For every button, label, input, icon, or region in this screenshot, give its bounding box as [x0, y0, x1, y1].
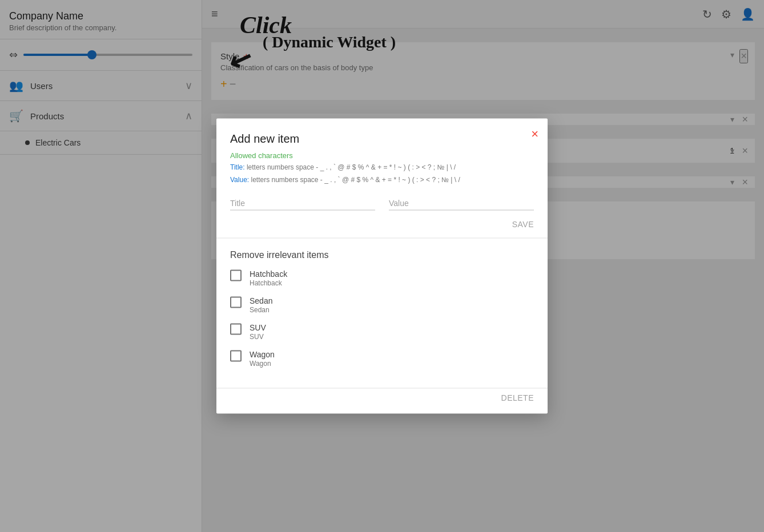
- hatchback-checkbox[interactable]: [230, 270, 242, 281]
- dialog-save-section: SAVE: [216, 220, 548, 239]
- wagon-checkbox[interactable]: [230, 350, 242, 362]
- hatchback-subtitle: Hatchback: [250, 279, 287, 287]
- checkbox-item-suv: SUV SUV: [230, 323, 534, 341]
- checkbox-item-sedan: Sedan Sedan: [230, 296, 534, 314]
- dialog-delete-section: DELETE: [216, 388, 548, 414]
- title-allowed-label: Title:: [230, 163, 245, 171]
- title-allowed-chars: letters numbers space - _ . , ` @ # $ % …: [247, 163, 456, 171]
- save-button[interactable]: SAVE: [512, 220, 534, 229]
- value-allowed-chars: letters numbers space - _ . , ` @ # $ % …: [251, 176, 460, 184]
- allowed-heading: Allowed characters: [230, 151, 534, 160]
- sedan-title: Sedan: [250, 296, 272, 305]
- hatchback-title: Hatchback: [250, 269, 287, 279]
- suv-subtitle: SUV: [250, 333, 266, 341]
- dialog-remove-section: Remove irrelevant items Hatchback Hatchb…: [216, 239, 548, 388]
- value-allowed-row: Value: letters numbers space - _ . , ` @…: [230, 175, 534, 185]
- dialog-title: Add new item: [230, 132, 534, 146]
- remove-section-title: Remove irrelevant items: [230, 250, 534, 260]
- sedan-checkbox[interactable]: [230, 297, 242, 308]
- dialog-close-button[interactable]: ×: [531, 128, 538, 140]
- value-allowed-label: Value:: [230, 176, 249, 184]
- dialog-header: Add new item × Allowed characters Title:…: [216, 119, 548, 185]
- wagon-title: Wagon: [250, 350, 275, 359]
- sedan-subtitle: Sedan: [250, 306, 272, 314]
- wagon-subtitle: Wagon: [250, 360, 275, 368]
- checkbox-item-wagon: Wagon Wagon: [230, 350, 534, 368]
- dialog-form: Title Value: [216, 185, 548, 220]
- add-new-item-dialog: Add new item × Allowed characters Title:…: [216, 119, 548, 414]
- value-field: Value: [389, 196, 534, 211]
- title-input[interactable]: [230, 196, 375, 211]
- value-input[interactable]: [389, 196, 534, 211]
- title-field: Title: [230, 196, 375, 211]
- checkbox-item-hatchback: Hatchback Hatchback: [230, 269, 534, 287]
- suv-checkbox[interactable]: [230, 324, 242, 335]
- delete-button[interactable]: DELETE: [501, 393, 534, 402]
- title-allowed-row: Title: letters numbers space - _ . , ` @…: [230, 162, 534, 172]
- suv-title: SUV: [250, 323, 266, 332]
